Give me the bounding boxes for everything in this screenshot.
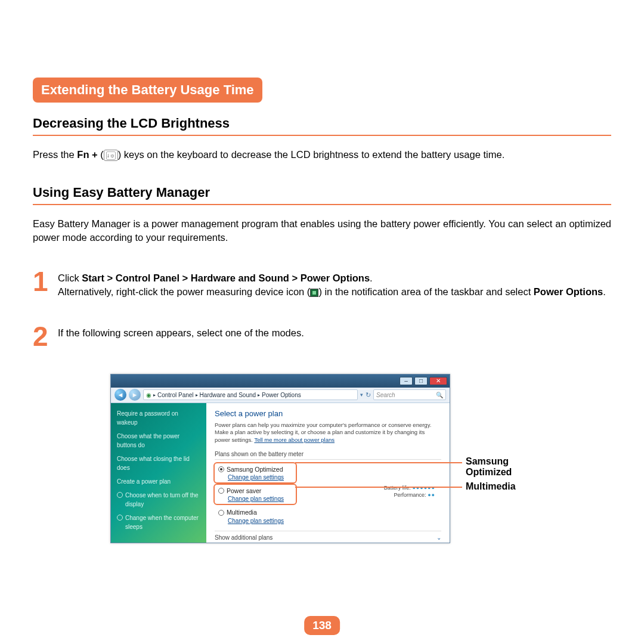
- callout-line: [295, 487, 462, 488]
- fn-key-label: Fn +: [77, 149, 100, 160]
- text: Alternatively, right-click the power mea…: [58, 286, 310, 297]
- address-bar: ◄ ► ◉ ▸ Control Panel ▸ Hardware and Sou…: [111, 388, 450, 403]
- text: Press the: [33, 149, 77, 160]
- plan-multimedia[interactable]: Multimedia Change plan settings: [215, 505, 441, 527]
- minimize-button[interactable]: –: [400, 377, 413, 385]
- crumb-item[interactable]: Control Panel: [157, 392, 194, 398]
- plan-name: Multimedia: [227, 509, 257, 516]
- refresh-icon[interactable]: ↻: [366, 391, 371, 399]
- change-plan-link[interactable]: Change plan settings: [228, 518, 438, 524]
- plan-name: Samsung Optimized: [227, 466, 283, 473]
- sidebar-link[interactable]: Require a password on wakeup: [117, 409, 200, 427]
- plan-name: Power saver: [227, 487, 261, 494]
- crumb-item[interactable]: Hardware and Sound: [200, 392, 256, 398]
- titlebar: – □ ✕: [111, 374, 450, 388]
- radio-icon[interactable]: [218, 510, 224, 516]
- main-panel: Select a power plan Power plans can help…: [206, 403, 450, 543]
- maximize-button[interactable]: □: [414, 377, 428, 385]
- sidebar-link[interactable]: Create a power plan: [117, 477, 200, 486]
- sidebar-link[interactable]: Choose when to turn off the display: [117, 491, 200, 509]
- forward-button[interactable]: ►: [129, 389, 141, 401]
- search-input[interactable]: Search 🔍: [373, 389, 446, 400]
- search-placeholder: Search: [376, 392, 395, 398]
- radio-icon[interactable]: [218, 466, 224, 472]
- search-icon: 🔍: [436, 392, 443, 398]
- breadcrumb[interactable]: ◉ ▸ Control Panel ▸ Hardware and Sound ▸…: [143, 389, 358, 400]
- panel-desc: Power plans can help you maximize your c…: [215, 422, 441, 444]
- page-number: 138: [304, 616, 340, 635]
- text: Click: [58, 273, 82, 283]
- subheading-ebm: Using Easy Battery Manager: [33, 185, 611, 205]
- chevron-down-icon: ⌄: [436, 534, 441, 541]
- text: keys on the keyboard to decrease the LCD…: [121, 149, 504, 160]
- step-number: 2: [33, 323, 58, 350]
- plans-subhead: Plans shown on the battery meter: [215, 451, 441, 460]
- crumb-item[interactable]: Power Options: [262, 392, 301, 398]
- text: ) in the notification area of the taskba…: [318, 286, 533, 297]
- tasks-sidebar: Require a password on wakeup Choose what…: [111, 403, 206, 543]
- para-ebm: Easy Battery Manager is a power manageme…: [33, 217, 611, 244]
- nav-path: Start > Control Panel > Hardware and Sou…: [82, 273, 370, 283]
- back-button[interactable]: ◄: [114, 389, 126, 401]
- step-number: 1: [33, 268, 58, 295]
- text: .: [370, 273, 373, 283]
- step-2: 2 If the following screen appears, selec…: [33, 323, 611, 350]
- sidebar-link[interactable]: Choose what closing the lid does: [117, 454, 200, 472]
- battery-tray-icon: [310, 289, 318, 297]
- step-body: Click Start > Control Panel > Hardware a…: [58, 268, 606, 299]
- shield-icon: [117, 515, 123, 521]
- text: .: [603, 286, 606, 297]
- panel-heading: Select a power plan: [215, 409, 441, 418]
- show-additional-plans[interactable]: Show additional plans⌄: [215, 531, 441, 541]
- para-lcd: Press the Fn + (↓☼) keys on the keyboard…: [33, 148, 611, 161]
- power-options-label: Power Options: [534, 286, 603, 297]
- sidebar-link[interactable]: Change when the computer sleeps: [117, 513, 200, 531]
- step-body: If the following screen appears, select …: [58, 323, 304, 340]
- section-title-badge: Extending the Battery Usage Time: [33, 78, 262, 103]
- radio-icon[interactable]: [218, 488, 224, 494]
- power-options-screenshot: – □ ✕ ◄ ► ◉ ▸ Control Panel ▸ Hardware a…: [110, 374, 528, 543]
- subheading-lcd: Decreasing the LCD Brightness: [33, 116, 611, 136]
- callout-samsung-optimized: Samsung Optimized: [466, 456, 528, 478]
- change-plan-link[interactable]: Change plan settings: [228, 474, 438, 481]
- tell-me-more-link[interactable]: Tell me more about power plans: [254, 436, 335, 443]
- plan-samsung-optimized[interactable]: Samsung Optimized Change plan settings: [215, 462, 441, 484]
- brightness-down-key-icon: ↓☼: [104, 150, 118, 161]
- window: – □ ✕ ◄ ► ◉ ▸ Control Panel ▸ Hardware a…: [110, 374, 450, 543]
- close-button[interactable]: ✕: [429, 377, 447, 385]
- callout-line: [295, 462, 462, 464]
- shield-icon: [117, 492, 123, 498]
- callout-multimedia: Multimedia: [466, 481, 516, 492]
- step-1: 1 Click Start > Control Panel > Hardware…: [33, 268, 611, 299]
- sidebar-link[interactable]: Choose what the power buttons do: [117, 432, 200, 450]
